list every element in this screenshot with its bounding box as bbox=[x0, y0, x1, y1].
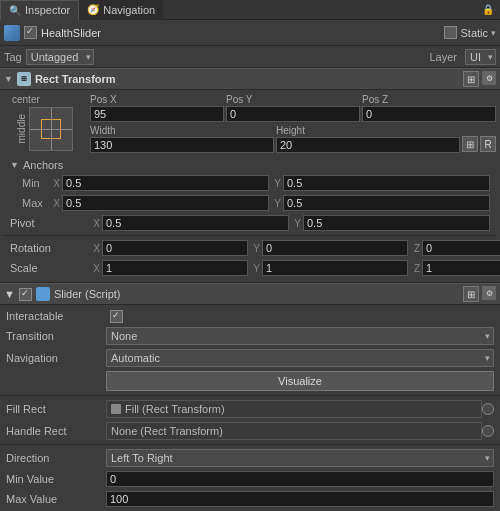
anchor-max-label: Max bbox=[10, 197, 50, 209]
anchor-max-x-label: X bbox=[50, 198, 60, 209]
r-button[interactable]: R bbox=[480, 136, 496, 152]
navigation-dropdown[interactable]: Automatic bbox=[106, 349, 494, 367]
slider-script-triangle: ▼ bbox=[4, 288, 15, 300]
pivot-y-input[interactable] bbox=[303, 215, 490, 231]
middle-label: middle bbox=[16, 114, 27, 143]
rect-transform-header[interactable]: ▼ ⊞ Rect Transform ⊞ ⚙ bbox=[0, 68, 500, 90]
object-name: HealthSlider bbox=[41, 27, 440, 39]
tab-navigation-label: Navigation bbox=[103, 4, 155, 16]
static-dropdown-arrow[interactable]: ▾ bbox=[491, 28, 496, 38]
scale-y-label: Y bbox=[250, 263, 260, 274]
scale-z-input[interactable] bbox=[422, 260, 500, 276]
static-check-group: Static ▾ bbox=[444, 26, 496, 39]
toolbar: HealthSlider Static ▾ bbox=[0, 20, 500, 46]
anchors-header[interactable]: ▼ Anchors bbox=[4, 157, 496, 173]
rect-transform-triangle: ▼ bbox=[4, 74, 13, 84]
transition-dropdown[interactable]: None bbox=[106, 327, 494, 345]
scale-y-input[interactable] bbox=[262, 260, 408, 276]
anchor-box-wrapper: middle bbox=[16, 107, 73, 151]
rect-transform-grid-icon[interactable]: ⊞ bbox=[463, 71, 479, 87]
anchor-max-x-input[interactable] bbox=[62, 195, 269, 211]
rot-y-input[interactable] bbox=[262, 240, 408, 256]
tag-label: Tag bbox=[4, 51, 22, 63]
anchor-min-x-input[interactable] bbox=[62, 175, 269, 191]
rot-x-input[interactable] bbox=[102, 240, 248, 256]
direction-dropdown-wrapper: Left To Right bbox=[106, 449, 494, 467]
scale-xyz: X Y Z bbox=[90, 260, 500, 276]
interactable-checkbox[interactable] bbox=[110, 310, 123, 323]
handle-rect-select-btn[interactable] bbox=[482, 425, 494, 437]
height-input[interactable] bbox=[276, 137, 460, 153]
pivot-x-input[interactable] bbox=[102, 215, 289, 231]
min-value-input[interactable] bbox=[106, 471, 494, 487]
pivot-y-label: Y bbox=[291, 218, 301, 229]
static-checkbox[interactable] bbox=[444, 26, 457, 39]
transition-label: Transition bbox=[6, 330, 106, 342]
rect-transform-settings-icon[interactable]: ⚙ bbox=[482, 71, 496, 85]
direction-dropdown[interactable]: Left To Right bbox=[106, 449, 494, 467]
slider-active-checkbox[interactable] bbox=[19, 288, 32, 301]
pos-z-group: Pos Z bbox=[362, 94, 496, 122]
visualize-button[interactable]: Visualize bbox=[106, 371, 494, 391]
pos-row-labels: Pos X Pos Y Pos Z bbox=[90, 94, 496, 122]
rt-fields: Pos X Pos Y Pos Z Width bbox=[90, 94, 496, 153]
transition-dropdown-wrapper: None bbox=[106, 327, 494, 345]
min-value-label: Min Value bbox=[6, 473, 106, 485]
pos-x-label: Pos X bbox=[90, 94, 224, 105]
slider-script-title: Slider (Script) bbox=[54, 288, 121, 300]
rotation-row: Rotation X Y Z bbox=[4, 238, 496, 258]
pivot-xyz: X Y bbox=[90, 215, 490, 231]
anchors-triangle: ▼ bbox=[10, 160, 19, 170]
layer-dropdown[interactable]: UI bbox=[465, 49, 496, 65]
fill-rect-select-btn[interactable] bbox=[482, 403, 494, 415]
rot-x-label: X bbox=[90, 243, 100, 254]
anchor-min-y-label: Y bbox=[271, 178, 281, 189]
anchor-min-xyz: X Y bbox=[50, 175, 490, 191]
rect-transform-header-icons: ⊞ ⚙ bbox=[463, 71, 496, 87]
rotation-label: Rotation bbox=[10, 242, 90, 254]
anchors-section: ▼ Anchors Min X Y Max X Y bbox=[4, 157, 496, 213]
slider-settings-icon[interactable]: ⚙ bbox=[482, 286, 496, 300]
transition-row: Transition None bbox=[0, 325, 500, 347]
tag-dropdown[interactable]: Untagged bbox=[26, 49, 94, 65]
tab-inspector-label: Inspector bbox=[25, 4, 70, 16]
scale-x-input[interactable] bbox=[102, 260, 248, 276]
max-value-input[interactable] bbox=[106, 491, 494, 507]
fill-rect-value: Fill (Rect Transform) bbox=[125, 403, 477, 415]
wh-grid-icon[interactable]: ⊞ bbox=[462, 136, 478, 152]
rot-y-label: Y bbox=[250, 243, 260, 254]
scale-label: Scale bbox=[10, 262, 90, 274]
navigation-dropdown-wrapper: Automatic bbox=[106, 349, 494, 367]
handle-rect-field: None (Rect Transform) bbox=[106, 422, 482, 440]
pos-y-group: Pos Y bbox=[226, 94, 360, 122]
width-input[interactable] bbox=[90, 137, 274, 153]
rotation-xyz: X Y Z bbox=[90, 240, 500, 256]
active-checkbox[interactable] bbox=[24, 26, 37, 39]
slider-grid-icon[interactable]: ⊞ bbox=[463, 286, 479, 302]
slider-script-header[interactable]: ▼ Slider (Script) ⊞ ⚙ bbox=[0, 283, 500, 305]
width-group: Width bbox=[90, 125, 274, 153]
pos-z-input[interactable] bbox=[362, 106, 496, 122]
layer-dropdown-wrapper: UI bbox=[465, 49, 496, 65]
handle-rect-row: Handle Rect None (Rect Transform) bbox=[0, 420, 500, 442]
direction-label: Direction bbox=[6, 452, 106, 464]
tab-navigation[interactable]: 🧭 Navigation bbox=[79, 0, 163, 20]
rot-z-label: Z bbox=[410, 243, 420, 254]
pos-y-input[interactable] bbox=[226, 106, 360, 122]
fill-rect-obj-icon bbox=[111, 404, 121, 414]
static-label: Static bbox=[460, 27, 488, 39]
anchor-min-y-input[interactable] bbox=[283, 175, 490, 191]
tab-inspector[interactable]: 🔍 Inspector bbox=[0, 0, 79, 20]
navigation-row: Navigation Automatic bbox=[0, 347, 500, 369]
pos-x-input[interactable] bbox=[90, 106, 224, 122]
slider-script-icon bbox=[36, 287, 50, 301]
fill-rect-field: Fill (Rect Transform) bbox=[106, 400, 482, 418]
handle-rect-label: Handle Rect bbox=[6, 425, 106, 437]
width-label: Width bbox=[90, 125, 274, 136]
tag-layer-row: Tag Untagged Layer UI bbox=[0, 46, 500, 68]
anchor-max-y-input[interactable] bbox=[283, 195, 490, 211]
interactable-label: Interactable bbox=[6, 310, 106, 322]
rot-z-input[interactable] bbox=[422, 240, 500, 256]
inspector-icon: 🔍 bbox=[9, 5, 21, 16]
lock-icon[interactable]: 🔒 bbox=[482, 4, 494, 15]
